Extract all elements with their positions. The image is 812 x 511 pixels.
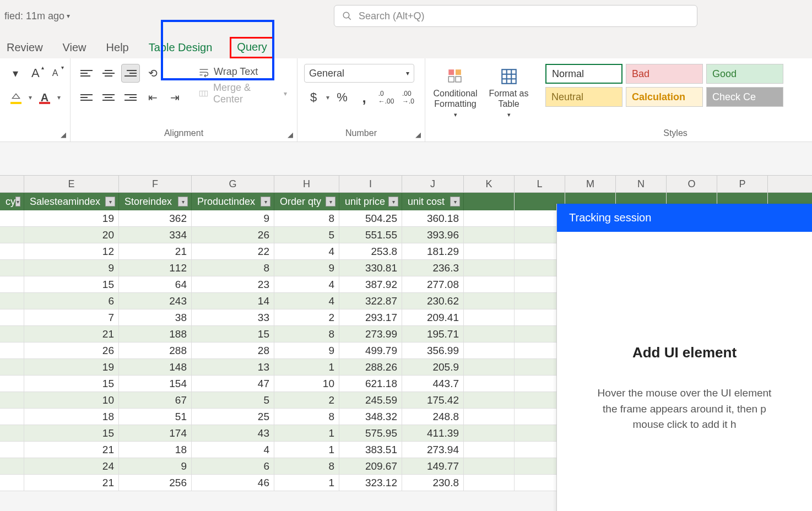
align-right-button[interactable] bbox=[121, 88, 140, 107]
number-format-dropdown[interactable]: General ▾ bbox=[304, 64, 414, 83]
cell[interactable]: 4 bbox=[274, 243, 339, 259]
cell[interactable] bbox=[464, 425, 515, 441]
wrap-text-button[interactable]: Wrap Text bbox=[195, 64, 290, 80]
cell[interactable]: 621.18 bbox=[339, 376, 402, 392]
cell[interactable] bbox=[0, 260, 24, 276]
cell[interactable] bbox=[464, 343, 515, 358]
style-calculation[interactable]: Calculation bbox=[626, 87, 703, 107]
align-middle-button[interactable] bbox=[99, 64, 118, 83]
filter-dropdown-icon[interactable]: ▾ bbox=[326, 197, 335, 206]
cell[interactable]: 1 bbox=[274, 425, 339, 441]
cell[interactable]: 43 bbox=[192, 425, 274, 441]
cell[interactable]: 277.08 bbox=[402, 276, 464, 292]
alignment-dialog-launcher[interactable]: ◢ bbox=[286, 131, 295, 139]
cell[interactable]: 15 bbox=[192, 326, 274, 342]
align-top-button[interactable] bbox=[77, 64, 96, 83]
cell[interactable]: 253.8 bbox=[339, 243, 402, 259]
cell[interactable]: 13 bbox=[192, 359, 274, 375]
cell[interactable]: 499.79 bbox=[339, 343, 402, 358]
cell[interactable] bbox=[0, 276, 24, 292]
col-header-K[interactable]: K bbox=[464, 176, 515, 192]
cell[interactable]: 33 bbox=[192, 309, 274, 325]
col-header-J[interactable]: J bbox=[402, 176, 464, 192]
cell[interactable]: 26 bbox=[24, 343, 119, 358]
cell[interactable]: 2 bbox=[274, 309, 339, 325]
cell[interactable]: 174 bbox=[119, 425, 192, 441]
cell[interactable]: 205.9 bbox=[402, 359, 464, 375]
col-header-E[interactable]: E bbox=[24, 176, 119, 192]
cell[interactable] bbox=[464, 475, 515, 491]
font-dialog-launcher[interactable]: ◢ bbox=[59, 131, 68, 139]
search-input[interactable]: Search (Alt+Q) bbox=[334, 5, 697, 27]
col-header-I[interactable]: I bbox=[339, 176, 402, 192]
tab-review[interactable]: Review bbox=[4, 38, 45, 58]
cell[interactable]: 149.77 bbox=[402, 458, 464, 474]
cell[interactable]: 362 bbox=[119, 210, 192, 226]
cell[interactable]: 67 bbox=[119, 392, 192, 408]
filter-dropdown-icon[interactable]: ▾ bbox=[388, 197, 398, 206]
cell[interactable]: 9 bbox=[274, 260, 339, 276]
cell[interactable]: 9 bbox=[274, 343, 339, 358]
font-size-dropdown[interactable]: ▾ bbox=[7, 64, 24, 83]
font-color-button[interactable]: A bbox=[35, 88, 54, 107]
cell[interactable]: 230.62 bbox=[402, 293, 464, 309]
col-header-F[interactable]: F bbox=[119, 176, 192, 192]
cell[interactable] bbox=[0, 210, 24, 226]
cell[interactable]: 8 bbox=[274, 210, 339, 226]
cell[interactable]: 9 bbox=[192, 210, 274, 226]
align-bottom-button[interactable] bbox=[121, 64, 140, 83]
cell[interactable]: 10 bbox=[274, 376, 339, 392]
cell[interactable] bbox=[464, 442, 515, 458]
cell[interactable]: 14 bbox=[192, 293, 274, 309]
cell[interactable] bbox=[0, 458, 24, 474]
cell[interactable]: 38 bbox=[119, 309, 192, 325]
cell[interactable]: 293.17 bbox=[339, 309, 402, 325]
cell[interactable]: 7 bbox=[24, 309, 119, 325]
decrease-decimal-button[interactable]: .00→.0 bbox=[399, 88, 418, 107]
cell[interactable]: 288.26 bbox=[339, 359, 402, 375]
cell[interactable]: 21 bbox=[24, 326, 119, 342]
cell[interactable]: 273.99 bbox=[339, 326, 402, 342]
cell[interactable]: 383.51 bbox=[339, 442, 402, 458]
cell[interactable]: 411.39 bbox=[402, 425, 464, 441]
cell[interactable]: 21 bbox=[24, 442, 119, 458]
conditional-formatting-button[interactable]: Conditional Formatting ▾ bbox=[432, 67, 479, 119]
comma-format-button[interactable]: , bbox=[355, 88, 373, 107]
cell[interactable]: 248.8 bbox=[402, 409, 464, 425]
cell[interactable]: 236.3 bbox=[402, 260, 464, 276]
filter-dropdown-icon[interactable]: ▾ bbox=[450, 197, 460, 206]
cell[interactable]: 443.7 bbox=[402, 376, 464, 392]
cell[interactable]: 323.12 bbox=[339, 475, 402, 491]
cell[interactable] bbox=[464, 376, 515, 392]
cell[interactable]: 64 bbox=[119, 276, 192, 292]
cell[interactable]: 18 bbox=[119, 442, 192, 458]
tab-view[interactable]: View bbox=[61, 38, 89, 58]
increase-decimal-button[interactable]: .0←.00 bbox=[377, 88, 396, 107]
cell[interactable]: 1 bbox=[274, 442, 339, 458]
cell[interactable] bbox=[0, 293, 24, 309]
cell[interactable]: 6 bbox=[192, 458, 274, 474]
cell[interactable]: 9 bbox=[119, 458, 192, 474]
cell[interactable]: 1 bbox=[274, 359, 339, 375]
cell[interactable] bbox=[0, 425, 24, 441]
cell[interactable]: 8 bbox=[274, 458, 339, 474]
cell[interactable]: 243 bbox=[119, 293, 192, 309]
table-header-J[interactable]: unit cost▾ bbox=[402, 193, 464, 210]
table-header-E[interactable]: Salesteamindex▾ bbox=[24, 193, 119, 210]
cell[interactable] bbox=[0, 227, 24, 243]
table-header-G[interactable]: Productindex▾ bbox=[192, 193, 274, 210]
cell[interactable] bbox=[464, 309, 515, 325]
cell[interactable]: 356.99 bbox=[402, 343, 464, 358]
cell[interactable] bbox=[464, 458, 515, 474]
cell[interactable]: 195.71 bbox=[402, 326, 464, 342]
cell[interactable]: 8 bbox=[274, 326, 339, 342]
cell[interactable]: 209.67 bbox=[339, 458, 402, 474]
cell[interactable]: 5 bbox=[192, 392, 274, 408]
filter-dropdown-icon[interactable]: ▾ bbox=[178, 197, 188, 206]
col-header-P[interactable]: P bbox=[717, 176, 768, 192]
cell[interactable] bbox=[0, 326, 24, 342]
cell[interactable]: 46 bbox=[192, 475, 274, 491]
cell[interactable]: 245.59 bbox=[339, 392, 402, 408]
cell[interactable]: 273.94 bbox=[402, 442, 464, 458]
cell[interactable]: 4 bbox=[192, 442, 274, 458]
